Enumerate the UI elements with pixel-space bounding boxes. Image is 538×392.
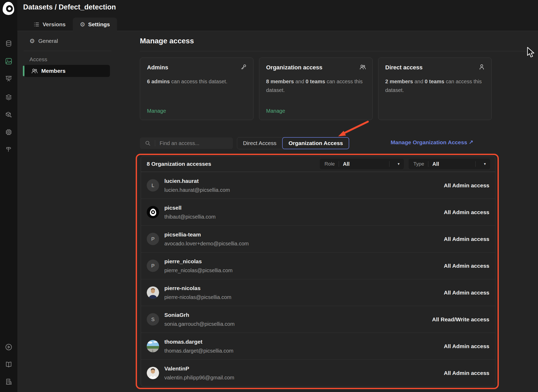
direct-teams-count: 0 teams [425, 79, 444, 84]
access-type-toggle: Direct Access Organization Access [237, 137, 349, 149]
type-filter-value: All [432, 161, 439, 167]
tab-versions[interactable]: Versions [26, 18, 73, 31]
key-icon [240, 64, 247, 70]
direct-text-and: and [413, 79, 425, 84]
signpost-icon[interactable] [0, 146, 17, 153]
access-level: All Admin access [444, 343, 489, 349]
direct-access-card-text: 2 members and 0 teams can access this da… [385, 77, 485, 95]
user-icon [478, 64, 485, 70]
search-icon [145, 140, 151, 146]
manage-access-content: Manage access Admins 6 admins can access… [116, 31, 538, 392]
table-row[interactable]: S SoniaGrh sonia.garrouch@picsellia.com … [141, 306, 495, 333]
org-members-count: 8 members [266, 79, 294, 84]
search-divider [155, 140, 155, 146]
table-row[interactable]: ValentinP valentin.philipp96@gmail.com A… [141, 359, 495, 386]
manage-organization-access-link[interactable]: Manage Organization Access ↗ [342, 139, 473, 146]
user-email: lucien.haurat@picsellia.com [164, 187, 230, 193]
access-search [140, 137, 233, 149]
user-name: picsell [164, 205, 216, 211]
table-row[interactable]: pierre-nicolas pierre-nicolas@picsellia.… [141, 279, 495, 306]
filter-divider [428, 161, 428, 167]
user-name: thomas.darget [164, 339, 234, 345]
play-circle-icon[interactable] [0, 343, 17, 351]
access-summary-cards: Admins 6 admins can access this dataset.… [140, 58, 492, 120]
page-title: Manage access [140, 37, 194, 45]
org-teams-count: 0 teams [306, 79, 325, 84]
organization-access-card-text: 8 members and 0 teams can access this da… [266, 77, 366, 95]
user-email: pierre_nicolas@picsellia.com [164, 267, 232, 274]
user-name: pierre_nicolas [164, 258, 232, 265]
filter-divider [389, 161, 389, 167]
access-level: All Admin access [444, 290, 489, 296]
access-level: All Admin access [444, 209, 489, 215]
nav-section-access: Access [29, 56, 47, 63]
admins-text: can access this dataset. [170, 79, 227, 84]
organization-access-card-title: Organization access [266, 64, 366, 71]
direct-members-count: 2 members [385, 79, 413, 84]
role-filter-label: Role [324, 161, 335, 167]
table-row[interactable]: L lucien.haurat lucien.haurat@picsellia.… [141, 172, 495, 199]
admins-count: 6 admins [147, 79, 170, 84]
admins-card-title: Admins [147, 64, 246, 71]
settings-nav: ⚙ General Access Members [17, 31, 116, 392]
access-level: All Admin access [444, 182, 489, 189]
type-filter-label: Type [413, 161, 424, 167]
avatar: P [147, 233, 159, 245]
organization-access-card: Organization access 8 members and 0 team… [259, 58, 373, 120]
database-icon[interactable] [0, 40, 17, 47]
table-row[interactable]: P picsellia-team avocado.lover+demo@pics… [141, 225, 495, 252]
chevron-down-icon: ▼ [483, 162, 486, 166]
search-input[interactable] [159, 140, 223, 147]
sidebar-item-members[interactable]: Members [24, 65, 110, 77]
user-name: picsellia-team [164, 231, 249, 238]
deployments-icon[interactable] [0, 111, 17, 118]
user-name: ValentinP [164, 365, 234, 372]
role-filter-dropdown[interactable]: Role All ▼ [320, 159, 404, 169]
picsellia-logo-avatar [147, 206, 159, 218]
access-level: All Admin access [444, 263, 489, 269]
images-icon[interactable] [0, 58, 17, 65]
filters: Role All ▼ Type All ▼ [320, 159, 490, 169]
docs-book-icon[interactable] [0, 361, 17, 369]
admins-manage-link[interactable]: Manage [147, 108, 166, 114]
processing-chip-icon[interactable] [0, 128, 17, 136]
organization-building-icon[interactable] [0, 378, 17, 386]
chevron-down-icon: ▼ [397, 162, 400, 166]
logo-ring-shape [6, 5, 13, 12]
main-area: ⚙ General Access Members Manage access A… [17, 31, 538, 392]
filter-divider [339, 161, 339, 167]
nav-divider [24, 51, 111, 51]
monitoring-icon[interactable] [0, 75, 17, 82]
type-filter-dropdown[interactable]: Type All ▼ [409, 159, 490, 169]
panel-title: 8 Organization accesses [147, 161, 211, 167]
organization-accesses-panel: 8 Organization accesses Role All ▼ Type … [141, 156, 495, 386]
picsellia-logo[interactable] [3, 2, 14, 15]
access-level: All Read/Write access [432, 316, 489, 323]
user-email: pierre-nicolas@picsellia.com [164, 294, 231, 300]
table-row[interactable]: P pierre_nicolas pierre_nicolas@picselli… [141, 252, 495, 279]
table-row[interactable]: picsell thibaut@picsellia.com All Admin … [141, 199, 495, 225]
avatar: L [147, 179, 159, 192]
user-email: avocado.lover+demo@picsellia.com [164, 241, 249, 247]
user-email: thomas.darget@picsellia.com [164, 348, 234, 354]
sidebar-item-members-label: Members [41, 68, 65, 74]
direct-access-card-title: Direct access [385, 64, 485, 71]
tab-bar: Versions ⚙ Settings [26, 18, 117, 31]
toggle-organization-access[interactable]: Organization Access [282, 137, 349, 149]
user-name: SoniaGrh [164, 312, 235, 318]
table-row[interactable]: thomas.darget thomas.darget@picsellia.co… [141, 333, 495, 359]
toggle-direct-access[interactable]: Direct Access [237, 137, 282, 149]
avatar-photo [147, 286, 159, 299]
tab-versions-label: Versions [43, 21, 66, 28]
annotation-arrow [336, 119, 372, 140]
sidebar-item-general[interactable]: ⚙ General [29, 38, 58, 44]
avatar: S [147, 313, 159, 326]
title-divider [140, 51, 529, 51]
layers-icon[interactable] [0, 94, 17, 101]
panel-header: 8 Organization accesses Role All ▼ Type … [141, 156, 495, 172]
avatar-photo [147, 340, 159, 352]
topbar: Datasets / Defect_detection Versions ⚙ S… [17, 0, 538, 31]
tab-settings[interactable]: ⚙ Settings [73, 18, 117, 31]
user-name: lucien.haurat [164, 178, 230, 184]
organization-manage-link[interactable]: Manage [266, 108, 285, 114]
